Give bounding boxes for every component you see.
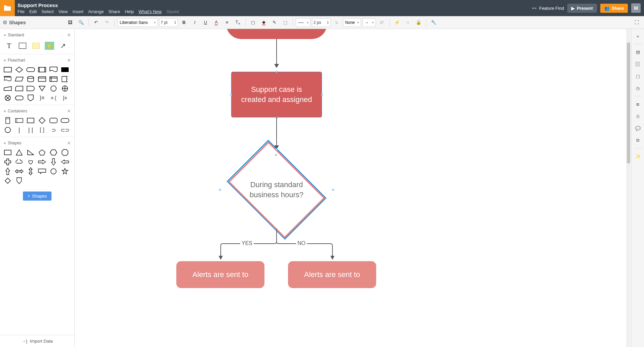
fc-manual-input[interactable] — [3, 85, 12, 92]
flowchart-arrow-1[interactable] — [276, 39, 277, 65]
undo-button[interactable]: ↶ — [92, 18, 101, 27]
flowchart-branch-connector[interactable] — [209, 229, 344, 263]
flowchart-arrow-2[interactable] — [276, 117, 277, 146]
toolbar-shapes-label[interactable]: Shapes — [9, 20, 26, 25]
sh-pentagon[interactable] — [38, 149, 46, 156]
line-style-select[interactable]: ── — [296, 18, 311, 27]
sh-arrow-left[interactable] — [61, 159, 69, 165]
sh-shield[interactable] — [15, 177, 24, 184]
cn-pill[interactable] — [61, 117, 69, 124]
flowchart-process-alerts-no[interactable]: Alerts are sent to — [288, 261, 376, 288]
canvas[interactable]: customer Support case is created and ass… — [75, 29, 631, 347]
flowchart-terminator-top[interactable]: customer — [226, 29, 327, 39]
share-button[interactable]: 👥 Share — [600, 4, 628, 13]
fullscreen-button[interactable]: ⛶ — [632, 18, 641, 27]
menu-help[interactable]: Help — [125, 9, 134, 14]
shape-sticky-note[interactable] — [30, 41, 42, 50]
section-containers-header[interactable]: ▼Containers ✕ — [3, 107, 71, 115]
sh-triangle[interactable] — [15, 149, 24, 156]
sh-circle[interactable] — [49, 168, 58, 175]
fill-color-button[interactable]: ◆ — [259, 18, 269, 27]
menu-file[interactable]: File — [17, 9, 25, 14]
action-button[interactable]: ⚡ — [392, 18, 402, 27]
present-button[interactable]: ▶ Present — [567, 4, 597, 13]
dock-slides-button[interactable]: ⿲ — [633, 58, 643, 70]
sh-right-triangle[interactable] — [26, 149, 35, 156]
dock-comments-button[interactable]: 💬 — [633, 123, 643, 134]
close-icon[interactable]: ✕ — [67, 32, 71, 38]
menu-arrange[interactable]: Arrange — [88, 9, 104, 14]
italic-button[interactable]: I — [190, 18, 200, 27]
fc-terminator[interactable] — [26, 66, 35, 73]
cn-brace-pair[interactable]: ⊂⊃ — [61, 127, 69, 133]
fc-process[interactable] — [3, 66, 12, 73]
fc-document[interactable] — [49, 66, 58, 73]
cn-bracket-l[interactable]: | — [15, 127, 24, 133]
flowchart-process-support-case[interactable]: Support case is created and assigned — [231, 72, 322, 117]
dock-layers-button[interactable]: ≣ — [633, 98, 643, 110]
gear-icon[interactable]: ⚙ — [3, 20, 7, 26]
fc-note[interactable]: ≡ { — [49, 95, 58, 101]
add-shapes-button[interactable]: + Shapes — [23, 192, 52, 201]
flowchart-process-alerts-yes[interactable]: Alerts are sent to — [176, 261, 264, 288]
shape-options-button[interactable]: ⬚ — [281, 18, 290, 27]
cn-swimlane-v[interactable] — [3, 117, 12, 124]
fc-internal-storage[interactable] — [49, 76, 58, 82]
fc-delay[interactable] — [26, 85, 35, 92]
sh-cross[interactable] — [3, 159, 12, 165]
bold-button[interactable]: B — [179, 18, 189, 27]
sh-arrow-ud[interactable] — [26, 168, 35, 175]
sh-arrow-up[interactable] — [3, 168, 12, 175]
fc-merge[interactable] — [38, 85, 46, 92]
cn-circle[interactable] — [3, 127, 12, 133]
fc-predefined[interactable] — [38, 66, 46, 73]
border-color-button[interactable]: ▢ — [248, 18, 258, 27]
dock-present-button[interactable]: ▢ — [633, 70, 643, 82]
dock-page-button[interactable]: ▤ — [633, 46, 643, 58]
font-family-select[interactable]: Liberation Sans — [117, 18, 158, 27]
align-button[interactable]: ≡ — [222, 18, 232, 27]
fc-display[interactable] — [15, 95, 24, 101]
font-size-stepper[interactable]: 7 pt▲▼ — [159, 18, 178, 27]
search-button[interactable]: 🔍 — [76, 18, 86, 27]
menu-insert[interactable]: Insert — [72, 9, 83, 14]
fc-connector[interactable] — [49, 85, 58, 92]
fc-card[interactable] — [15, 85, 24, 92]
shape-hotspot[interactable]: ⚡ — [44, 41, 55, 50]
sh-cloud[interactable] — [15, 159, 24, 165]
dock-magic-button[interactable]: ✨ — [633, 150, 643, 162]
close-icon[interactable]: ✕ — [67, 140, 71, 146]
clear-format-button[interactable]: T× — [233, 18, 243, 27]
flowchart-decision-business-hours[interactable]: During standard business hours? + — [220, 149, 333, 230]
sh-arrow-lr[interactable] — [15, 168, 24, 175]
fc-storage[interactable] — [38, 76, 46, 82]
section-standard-header[interactable]: ▼Standard ✕ — [3, 31, 71, 39]
close-icon[interactable]: ✕ — [67, 108, 71, 114]
dock-history-button[interactable]: ◷ — [633, 82, 643, 94]
sh-star[interactable] — [61, 168, 69, 175]
menu-whats-new[interactable]: What's New — [139, 9, 162, 14]
menu-select[interactable]: Select — [41, 9, 53, 14]
line-route-button[interactable]: ↳ — [332, 18, 342, 27]
fc-or[interactable] — [61, 85, 69, 92]
shape-arrow[interactable]: ↗ — [57, 41, 69, 50]
wrench-button[interactable]: 🔧 — [429, 18, 438, 27]
sh-arrow-right[interactable] — [38, 159, 46, 165]
sh-hexagon[interactable] — [49, 149, 58, 156]
menu-share[interactable]: Share — [108, 9, 120, 14]
sh-arrow-down[interactable] — [49, 159, 58, 165]
close-icon[interactable]: ✕ — [67, 58, 71, 63]
cn-rounded[interactable] — [49, 117, 58, 124]
feature-find-button[interactable]: 👓 Feature Find — [532, 6, 564, 11]
shape-text[interactable]: T — [3, 41, 15, 50]
fc-data-filled[interactable] — [61, 66, 69, 73]
import-data-button[interactable]: →] Import Data — [0, 335, 74, 347]
fc-io[interactable] — [15, 76, 24, 82]
menu-edit[interactable]: Edit — [29, 9, 37, 14]
underline-button[interactable]: U — [201, 18, 210, 27]
scrollbar-thumb[interactable] — [627, 42, 630, 164]
collapse-dock-button[interactable]: « — [633, 30, 643, 42]
fc-brace[interactable]: }≡ — [38, 95, 46, 101]
line-color-button[interactable]: ✎ — [270, 18, 279, 27]
fc-database[interactable] — [26, 76, 35, 82]
